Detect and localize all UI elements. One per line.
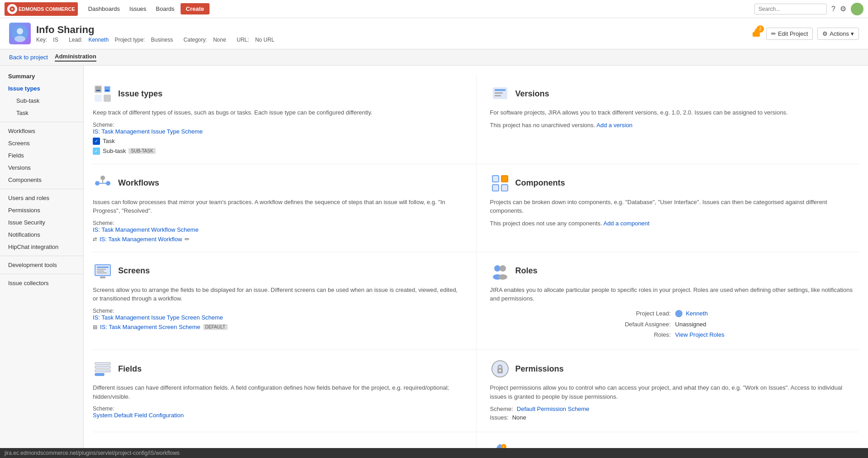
issue-types-desc: Keep track of different types of issues,… — [93, 108, 463, 117]
roles-label: Roles: — [491, 330, 674, 339]
svg-rect-29 — [97, 267, 109, 268]
sidebar-item-notifications[interactable]: Notifications — [0, 229, 83, 241]
screens-section: Screens Screens allow you to arrange the… — [93, 252, 476, 350]
project-header-left: Info Sharing Key: IS Lead: Kenneth Proje… — [9, 23, 279, 44]
back-to-project-link[interactable]: Back to project — [9, 54, 48, 61]
svg-rect-39 — [95, 366, 110, 368]
issue-types-title: Issue types — [118, 89, 162, 99]
project-lead-label: Lead: — [69, 37, 82, 43]
project-meta: Key: IS Lead: Kenneth Project type: Busi… — [36, 37, 279, 43]
row-issue-types-versions: Issue types Keep track of different type… — [93, 75, 859, 164]
project-info: Info Sharing Key: IS Lead: Kenneth Proje… — [36, 24, 279, 43]
components-icon — [490, 173, 510, 193]
svg-rect-12 — [105, 90, 109, 91]
notification-count: 2 — [757, 25, 764, 33]
subtask-label: Sub-task — [103, 148, 126, 154]
create-button[interactable]: Create — [181, 3, 210, 14]
svg-point-34 — [494, 265, 501, 272]
project-lead-link[interactable]: Kenneth — [686, 310, 707, 317]
roles-icon — [490, 261, 510, 281]
nav-boards[interactable]: Boards — [152, 3, 178, 14]
logo[interactable]: EDMONDS COMMERCE — [5, 2, 78, 16]
notification-badge[interactable]: 2 — [751, 28, 762, 40]
workflows-scheme-link[interactable]: IS: Task Management Workflow Scheme — [93, 226, 199, 233]
project-title: Info Sharing — [36, 24, 279, 36]
workflows-title: Workflows — [118, 178, 159, 188]
fields-scheme-link[interactable]: System Default Field Configuration — [93, 412, 184, 419]
sidebar-summary[interactable]: Summary — [0, 70, 83, 82]
edit-pencil-icon: ✏ — [771, 30, 776, 37]
sidebar-item-components[interactable]: Components — [0, 174, 83, 186]
svg-point-20 — [106, 181, 110, 186]
versions-desc: For software projects, JIRA allows you t… — [490, 108, 859, 117]
project-key: IS — [53, 37, 58, 43]
view-project-roles-link[interactable]: View Project Roles — [675, 331, 725, 338]
svg-point-37 — [498, 274, 507, 280]
breadcrumb-bar: Back to project Administration — [0, 49, 868, 66]
screens-desc: Screens allow you to arrange the fields … — [93, 286, 463, 303]
actions-button[interactable]: ⚙ Actions ▾ — [817, 28, 859, 40]
default-assignee-label: Default Assignee: — [491, 320, 674, 329]
nav-issues[interactable]: Issues — [126, 3, 150, 14]
sidebar-item-issue-collectors[interactable]: Issue collectors — [0, 277, 83, 289]
subtask-item: ✓ Sub-task SUB-TASK — [93, 148, 463, 155]
permissions-icon — [490, 359, 510, 379]
add-component-link[interactable]: Add a component — [603, 220, 649, 227]
administration-tab[interactable]: Administration — [55, 53, 96, 62]
svg-rect-17 — [495, 92, 503, 94]
svg-point-44 — [499, 370, 501, 372]
roles-table: Project Lead: Kenneth Default Assignee: … — [490, 308, 859, 341]
sidebar-item-screens[interactable]: Screens — [0, 137, 83, 149]
workflows-section: Workflows Issues can follow processes th… — [93, 164, 476, 252]
permissions-table: Scheme: Default Permission Scheme Issues… — [490, 406, 859, 421]
edit-workflow-icon[interactable]: ✏ — [185, 236, 190, 243]
workflow-link[interactable]: IS: Task Management Workflow — [100, 236, 182, 243]
workflow-item: ⇄ IS: Task Management Workflow ✏ — [93, 236, 463, 243]
versions-section: Versions For software projects, JIRA all… — [476, 75, 859, 164]
row-workflows-components: Workflows Issues can follow processes th… — [93, 164, 859, 252]
search-input[interactable] — [754, 4, 827, 14]
sidebar-item-dev-tools[interactable]: Development tools — [0, 259, 83, 271]
sidebar-item-users-roles[interactable]: Users and roles — [0, 192, 83, 204]
default-assignee-value: Unassigned — [675, 320, 858, 329]
edit-project-button[interactable]: ✏ Edit Project — [766, 28, 813, 40]
permissions-header: Permissions — [490, 359, 859, 379]
sidebar-item-versions[interactable]: Versions — [0, 162, 83, 174]
sidebar-item-task[interactable]: Task — [0, 107, 83, 119]
screen-link[interactable]: IS: Task Management Screen Scheme — [100, 324, 200, 330]
permissions-issues-label: Issues: — [490, 414, 509, 421]
sidebar-item-fields[interactable]: Fields — [0, 149, 83, 162]
avatar[interactable] — [851, 3, 863, 15]
screens-scheme-label: Scheme: — [93, 308, 463, 314]
issue-types-scheme-link[interactable]: IS: Task Management Issue Type Scheme — [93, 128, 203, 135]
svg-rect-8 — [95, 86, 101, 92]
content-area: Issue types Keep track of different type… — [84, 66, 868, 458]
permissions-scheme-link[interactable]: Default Permission Scheme — [517, 406, 589, 412]
sidebar-item-hipchat[interactable]: HipChat integration — [0, 241, 83, 253]
screens-icon — [93, 261, 113, 281]
sidebar-item-workflows[interactable]: Workflows — [0, 125, 83, 137]
kenneth-avatar — [675, 310, 682, 317]
screens-scheme-link[interactable]: IS: Task Management Issue Type Screen Sc… — [93, 314, 223, 321]
fields-header: Fields — [93, 359, 463, 379]
svg-rect-27 — [501, 185, 508, 191]
add-version-link[interactable]: Add a version — [596, 122, 633, 129]
task-item: ✓ Task — [93, 138, 463, 145]
sidebar-divider-2 — [0, 189, 83, 189]
nav-dashboards[interactable]: Dashboards — [85, 3, 124, 14]
svg-rect-24 — [492, 176, 499, 182]
issue-types-header: Issue types — [93, 84, 463, 104]
sidebar-item-issue-types[interactable]: Issue types — [0, 82, 83, 95]
sidebar-item-issue-security[interactable]: Issue Security — [0, 216, 83, 229]
permissions-issues-value: None — [512, 414, 526, 421]
actions-label: Actions — [830, 30, 849, 37]
settings-icon[interactable]: ⚙ — [840, 5, 846, 13]
sidebar-item-permissions[interactable]: Permissions — [0, 204, 83, 216]
fields-section: Fields Different issues can have differe… — [93, 350, 476, 432]
subtask-badge: SUB-TASK — [129, 148, 155, 154]
project-lead-link[interactable]: Kenneth — [88, 37, 109, 43]
sidebar-item-sub-task[interactable]: Sub-task — [0, 95, 83, 107]
help-icon[interactable]: ? — [831, 5, 835, 13]
subtask-checkbox-icon: ✓ — [93, 148, 100, 155]
svg-rect-28 — [95, 265, 110, 276]
